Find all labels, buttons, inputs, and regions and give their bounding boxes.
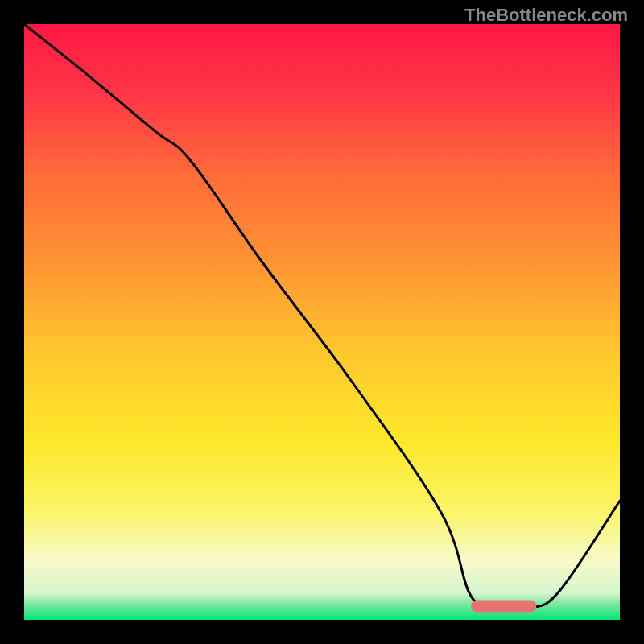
plot-area — [24, 24, 620, 620]
watermark-text: TheBottleneck.com — [464, 5, 628, 26]
gradient-background — [24, 24, 620, 620]
chart-container: TheBottleneck.com — [0, 0, 644, 644]
chart-svg — [24, 24, 620, 620]
optimal-range-marker — [471, 601, 536, 613]
